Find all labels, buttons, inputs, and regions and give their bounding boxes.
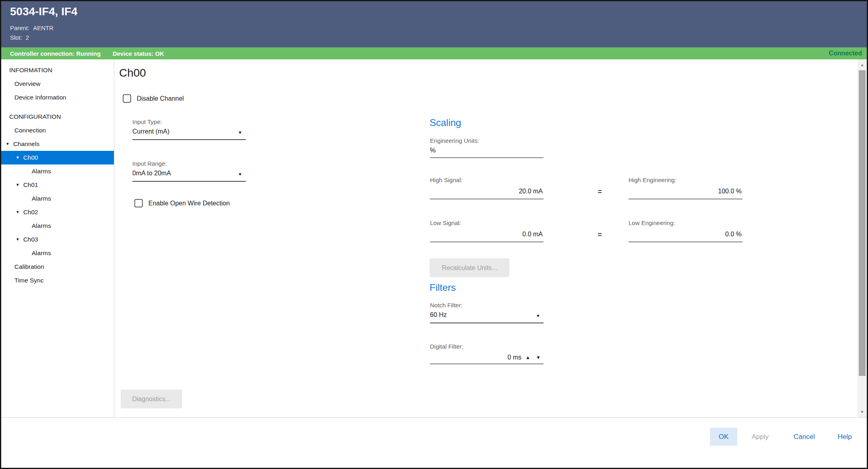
- sidebar-item-ch02[interactable]: ▼ Ch02: [1, 205, 114, 219]
- spinner-up-icon[interactable]: ▲: [525, 355, 530, 360]
- controller-connection-status: Controller connection: Running: [10, 50, 101, 57]
- sidebar-item-channels[interactable]: ▼ Channels: [1, 137, 114, 151]
- sidebar-item-calibration[interactable]: Calibration: [1, 260, 114, 274]
- low-engineering-value[interactable]: 0.0 %: [629, 231, 742, 238]
- sidebar-item-label: Ch01: [23, 181, 38, 189]
- low-engineering-label: Low Engineering:: [629, 219, 675, 226]
- slot-label: Slot:: [10, 34, 22, 41]
- filters-section-header: Filters: [430, 282, 456, 293]
- footer-divider: [1, 417, 867, 418]
- slot-line: Slot:2: [10, 34, 29, 41]
- section-label: CONFIGURATION: [9, 113, 61, 120]
- scroll-down-icon[interactable]: ▼: [858, 410, 867, 414]
- connected-badge: Connected: [829, 50, 862, 57]
- slot-value: 2: [26, 34, 29, 41]
- sidebar-section-configuration: CONFIGURATION: [1, 110, 114, 124]
- sidebar-item-ch00-alarms[interactable]: Alarms: [1, 164, 114, 178]
- sidebar-item-label: Overview: [14, 80, 41, 87]
- sidebar-item-device-information[interactable]: Device Information: [1, 91, 114, 104]
- chevron-down-icon[interactable]: ▼: [238, 172, 242, 177]
- sidebar-item-ch01-alarms[interactable]: Alarms: [1, 192, 114, 205]
- cancel-button[interactable]: Cancel: [786, 428, 822, 446]
- notch-filter-label: Notch Filter:: [430, 302, 462, 309]
- device-status: Device status: OK: [113, 50, 164, 57]
- dialog-header: 5034-IF4, IF4 Parent:AENTR Slot:2: [1, 1, 867, 47]
- sidebar-item-label: Calibration: [14, 263, 44, 270]
- disable-channel-checkbox[interactable]: [123, 94, 131, 103]
- sidebar-item-overview[interactable]: Overview: [1, 77, 114, 91]
- notch-filter-underline: [430, 323, 544, 323]
- apply-button[interactable]: Apply: [743, 428, 777, 446]
- input-range-label: Input Range:: [132, 160, 167, 167]
- chevron-down-icon[interactable]: ▼: [238, 130, 242, 135]
- sidebar-item-time-sync[interactable]: Time Sync: [1, 274, 114, 287]
- chevron-down-icon[interactable]: ▼: [16, 183, 20, 187]
- vertical-scrollbar[interactable]: ▲ ▼: [858, 59, 867, 417]
- sidebar-item-connection[interactable]: Connection: [1, 124, 114, 137]
- sidebar: INFORMATION Overview Device Information …: [1, 59, 114, 417]
- sidebar-item-ch01[interactable]: ▼ Ch01: [1, 178, 114, 192]
- sidebar-item-label: Connection: [14, 127, 46, 134]
- spinner-down-icon[interactable]: ▼: [536, 355, 541, 360]
- chevron-down-icon[interactable]: ▼: [16, 210, 20, 214]
- scrollbar-thumb[interactable]: [859, 70, 866, 376]
- section-label: INFORMATION: [9, 67, 52, 74]
- sidebar-item-ch03[interactable]: ▼ Ch03: [1, 233, 114, 246]
- low-signal-value[interactable]: 0.0 mA: [430, 231, 543, 238]
- parent-line: Parent:AENTR: [10, 24, 53, 31]
- input-type-value[interactable]: Current (mA): [132, 128, 169, 135]
- high-signal-underline: [430, 199, 544, 199]
- chevron-down-icon[interactable]: ▼: [536, 313, 540, 318]
- help-button[interactable]: Help: [829, 428, 861, 446]
- input-type-underline: [132, 139, 246, 140]
- high-engineering-underline: [629, 199, 742, 199]
- recalculate-units-button[interactable]: Recalculate Units...: [430, 258, 509, 277]
- sidebar-section-information: INFORMATION: [1, 63, 114, 77]
- scroll-up-icon[interactable]: ▲: [858, 63, 867, 67]
- equals-sign: =: [598, 188, 602, 196]
- disable-channel-label: Disable Channel: [137, 95, 184, 102]
- parent-value: AENTR: [33, 24, 53, 31]
- low-signal-underline: [430, 242, 544, 242]
- status-bar: Controller connection: Running Device st…: [1, 47, 867, 59]
- open-wire-checkbox[interactable]: [134, 199, 143, 207]
- low-engineering-underline: [629, 242, 742, 242]
- high-engineering-label: High Engineering:: [629, 177, 676, 183]
- chevron-down-icon[interactable]: ▼: [6, 142, 10, 146]
- sidebar-item-ch02-alarms[interactable]: Alarms: [1, 219, 114, 233]
- high-signal-value[interactable]: 20.0 mA: [430, 188, 543, 195]
- parent-label: Parent:: [10, 24, 29, 31]
- input-range-value[interactable]: 0mA to 20mA: [132, 170, 171, 177]
- equals-sign: =: [598, 231, 602, 239]
- sidebar-divider: [114, 59, 114, 417]
- digital-filter-underline: [430, 363, 544, 364]
- sidebar-item-label: Alarms: [32, 195, 51, 202]
- notch-filter-value[interactable]: 60 Hz: [430, 311, 447, 319]
- sidebar-item-label: Alarms: [32, 250, 51, 257]
- chevron-down-icon[interactable]: ▼: [16, 155, 20, 160]
- digital-filter-value[interactable]: 0 ms: [430, 354, 521, 361]
- ok-button[interactable]: OK: [710, 428, 737, 446]
- chevron-down-icon[interactable]: ▼: [16, 237, 20, 242]
- engineering-units-label: Engineering Units:: [430, 137, 479, 144]
- sidebar-item-label: Channels: [13, 140, 40, 148]
- low-signal-label: Low Signal:: [430, 219, 461, 226]
- sidebar-item-label: Alarms: [32, 168, 51, 175]
- scaling-section-header: Scaling: [430, 117, 461, 128]
- digital-filter-label: Digital Filter:: [430, 343, 463, 350]
- sidebar-item-ch00[interactable]: ▼ Ch00: [1, 151, 114, 164]
- engineering-units-underline: [430, 157, 544, 158]
- input-range-underline: [132, 181, 246, 182]
- sidebar-item-label: Ch02: [23, 209, 38, 216]
- engineering-units-value[interactable]: %: [430, 147, 436, 154]
- channel-title: Ch00: [119, 67, 146, 79]
- sidebar-item-label: Ch00: [23, 154, 38, 161]
- diagnostics-button[interactable]: Diagnostics...: [121, 390, 182, 408]
- sidebar-item-label: Device Information: [14, 94, 66, 101]
- page-title: 5034-IF4, IF4: [10, 5, 77, 18]
- input-type-label: Input Type:: [132, 118, 162, 125]
- sidebar-item-label: Alarms: [32, 222, 51, 229]
- high-signal-label: High Signal:: [430, 177, 462, 183]
- high-engineering-value[interactable]: 100.0 %: [629, 188, 742, 195]
- sidebar-item-ch03-alarms[interactable]: Alarms: [1, 246, 114, 260]
